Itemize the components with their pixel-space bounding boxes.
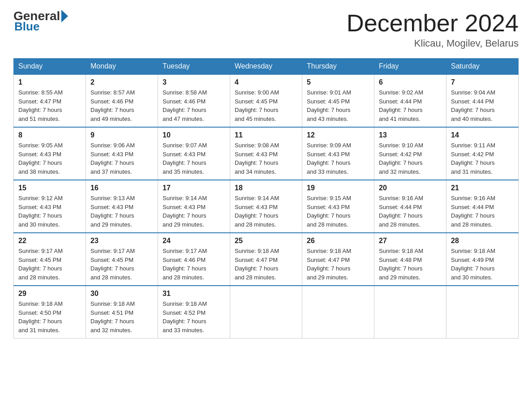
calendar-cell: 16 Sunrise: 9:13 AMSunset: 4:43 PMDaylig… xyxy=(86,180,158,233)
day-number: 2 xyxy=(90,78,153,86)
calendar-cell: 25 Sunrise: 9:18 AMSunset: 4:47 PMDaylig… xyxy=(230,233,302,286)
day-info: Sunrise: 9:17 AMSunset: 4:45 PMDaylight:… xyxy=(90,248,135,281)
calendar-cell: 27 Sunrise: 9:18 AMSunset: 4:48 PMDaylig… xyxy=(374,233,446,286)
calendar-cell: 4 Sunrise: 9:00 AMSunset: 4:45 PMDayligh… xyxy=(230,74,302,127)
calendar-header: Sunday Monday Tuesday Wednesday Thursday… xyxy=(14,59,519,75)
day-info: Sunrise: 9:12 AMSunset: 4:43 PMDaylight:… xyxy=(18,195,63,228)
calendar-cell: 24 Sunrise: 9:17 AMSunset: 4:46 PMDaylig… xyxy=(158,233,230,286)
day-number: 13 xyxy=(379,131,442,139)
header-tuesday: Tuesday xyxy=(158,59,230,75)
calendar-cell: 5 Sunrise: 9:01 AMSunset: 4:45 PMDayligh… xyxy=(302,74,374,127)
title-section: December 2024 Klicau, Mogilev, Belarus xyxy=(347,9,519,49)
day-info: Sunrise: 9:01 AMSunset: 4:45 PMDaylight:… xyxy=(307,89,351,122)
day-number: 6 xyxy=(379,78,442,86)
day-info: Sunrise: 9:02 AMSunset: 4:44 PMDaylight:… xyxy=(379,89,423,122)
header-thursday: Thursday xyxy=(302,59,374,75)
calendar-cell: 26 Sunrise: 9:18 AMSunset: 4:47 PMDaylig… xyxy=(302,233,374,286)
day-number: 21 xyxy=(451,184,514,192)
calendar-cell: 19 Sunrise: 9:15 AMSunset: 4:43 PMDaylig… xyxy=(302,180,374,233)
calendar-cell: 31 Sunrise: 9:18 AMSunset: 4:52 PMDaylig… xyxy=(158,286,230,338)
day-info: Sunrise: 9:16 AMSunset: 4:44 PMDaylight:… xyxy=(451,195,495,228)
day-info: Sunrise: 9:17 AMSunset: 4:46 PMDaylight:… xyxy=(163,248,207,281)
calendar-cell xyxy=(230,286,302,338)
calendar-cell xyxy=(302,286,374,338)
calendar-cell: 3 Sunrise: 8:58 AMSunset: 4:46 PMDayligh… xyxy=(158,74,230,127)
day-info: Sunrise: 9:05 AMSunset: 4:43 PMDaylight:… xyxy=(18,142,63,175)
day-info: Sunrise: 9:10 AMSunset: 4:42 PMDaylight:… xyxy=(379,142,423,175)
day-number: 7 xyxy=(451,78,514,86)
calendar-cell: 15 Sunrise: 9:12 AMSunset: 4:43 PMDaylig… xyxy=(14,180,86,233)
day-number: 20 xyxy=(379,184,442,192)
day-info: Sunrise: 9:15 AMSunset: 4:43 PMDaylight:… xyxy=(307,195,351,228)
header-monday: Monday xyxy=(86,59,158,75)
day-number: 27 xyxy=(379,237,442,245)
calendar-cell: 13 Sunrise: 9:10 AMSunset: 4:42 PMDaylig… xyxy=(374,127,446,180)
day-info: Sunrise: 9:18 AMSunset: 4:52 PMDaylight:… xyxy=(163,300,207,334)
day-info: Sunrise: 9:00 AMSunset: 4:45 PMDaylight:… xyxy=(235,89,279,122)
location-text: Klicau, Mogilev, Belarus xyxy=(347,38,519,49)
day-number: 9 xyxy=(90,131,153,139)
calendar-cell xyxy=(446,286,519,338)
day-info: Sunrise: 9:18 AMSunset: 4:51 PMDaylight:… xyxy=(90,300,135,334)
day-number: 12 xyxy=(307,131,369,139)
calendar-body: 1 Sunrise: 8:55 AMSunset: 4:47 PMDayligh… xyxy=(14,74,519,338)
calendar-cell: 12 Sunrise: 9:09 AMSunset: 4:43 PMDaylig… xyxy=(302,127,374,180)
logo: General Blue xyxy=(13,9,69,34)
calendar-cell: 22 Sunrise: 9:17 AMSunset: 4:45 PMDaylig… xyxy=(14,233,86,286)
calendar-cell: 6 Sunrise: 9:02 AMSunset: 4:44 PMDayligh… xyxy=(374,74,446,127)
calendar-cell: 10 Sunrise: 9:07 AMSunset: 4:43 PMDaylig… xyxy=(158,127,230,180)
day-info: Sunrise: 8:55 AMSunset: 4:47 PMDaylight:… xyxy=(18,89,63,122)
calendar-cell: 2 Sunrise: 8:57 AMSunset: 4:46 PMDayligh… xyxy=(86,74,158,127)
calendar-cell: 8 Sunrise: 9:05 AMSunset: 4:43 PMDayligh… xyxy=(14,127,86,180)
day-number: 15 xyxy=(18,184,81,192)
day-info: Sunrise: 9:09 AMSunset: 4:43 PMDaylight:… xyxy=(307,142,351,175)
day-number: 14 xyxy=(451,131,514,139)
day-number: 29 xyxy=(18,290,81,298)
day-info: Sunrise: 9:14 AMSunset: 4:43 PMDaylight:… xyxy=(163,195,207,228)
calendar-cell: 21 Sunrise: 9:16 AMSunset: 4:44 PMDaylig… xyxy=(446,180,519,233)
logo-blue-text: Blue xyxy=(14,20,39,33)
day-info: Sunrise: 9:18 AMSunset: 4:49 PMDaylight:… xyxy=(451,248,495,281)
day-number: 3 xyxy=(163,78,225,86)
header-sunday: Sunday xyxy=(14,59,86,75)
day-info: Sunrise: 9:04 AMSunset: 4:44 PMDaylight:… xyxy=(451,89,495,122)
calendar-cell: 23 Sunrise: 9:17 AMSunset: 4:45 PMDaylig… xyxy=(86,233,158,286)
header-friday: Friday xyxy=(374,59,446,75)
day-number: 25 xyxy=(235,237,297,245)
day-info: Sunrise: 8:57 AMSunset: 4:46 PMDaylight:… xyxy=(90,89,135,122)
page-header: General Blue December 2024 Klicau, Mogil… xyxy=(13,9,519,49)
day-number: 17 xyxy=(163,184,225,192)
day-info: Sunrise: 9:17 AMSunset: 4:45 PMDaylight:… xyxy=(18,248,63,281)
day-info: Sunrise: 9:11 AMSunset: 4:42 PMDaylight:… xyxy=(451,142,495,175)
calendar-cell xyxy=(374,286,446,338)
day-number: 8 xyxy=(18,131,81,139)
month-title: December 2024 xyxy=(347,9,519,37)
calendar-table: Sunday Monday Tuesday Wednesday Thursday… xyxy=(13,58,519,338)
day-number: 31 xyxy=(163,290,225,298)
day-number: 18 xyxy=(235,184,297,192)
day-number: 28 xyxy=(451,237,514,245)
day-number: 19 xyxy=(307,184,369,192)
logo-arrow-icon xyxy=(61,10,68,22)
day-info: Sunrise: 9:18 AMSunset: 4:48 PMDaylight:… xyxy=(379,248,423,281)
day-info: Sunrise: 9:14 AMSunset: 4:43 PMDaylight:… xyxy=(235,195,279,228)
day-number: 10 xyxy=(163,131,225,139)
day-info: Sunrise: 9:13 AMSunset: 4:43 PMDaylight:… xyxy=(90,195,135,228)
day-number: 11 xyxy=(235,131,297,139)
calendar-cell: 1 Sunrise: 8:55 AMSunset: 4:47 PMDayligh… xyxy=(14,74,86,127)
day-info: Sunrise: 9:16 AMSunset: 4:44 PMDaylight:… xyxy=(379,195,423,228)
day-number: 30 xyxy=(90,290,153,298)
day-number: 22 xyxy=(18,237,81,245)
day-info: Sunrise: 9:18 AMSunset: 4:50 PMDaylight:… xyxy=(18,300,63,334)
calendar-cell: 11 Sunrise: 9:08 AMSunset: 4:43 PMDaylig… xyxy=(230,127,302,180)
calendar-cell: 28 Sunrise: 9:18 AMSunset: 4:49 PMDaylig… xyxy=(446,233,519,286)
calendar-cell: 20 Sunrise: 9:16 AMSunset: 4:44 PMDaylig… xyxy=(374,180,446,233)
day-number: 23 xyxy=(90,237,153,245)
day-info: Sunrise: 8:58 AMSunset: 4:46 PMDaylight:… xyxy=(163,89,207,122)
day-info: Sunrise: 9:18 AMSunset: 4:47 PMDaylight:… xyxy=(307,248,351,281)
day-number: 24 xyxy=(163,237,225,245)
day-info: Sunrise: 9:06 AMSunset: 4:43 PMDaylight:… xyxy=(90,142,135,175)
calendar-cell: 30 Sunrise: 9:18 AMSunset: 4:51 PMDaylig… xyxy=(86,286,158,338)
header-wednesday: Wednesday xyxy=(230,59,302,75)
calendar-cell: 7 Sunrise: 9:04 AMSunset: 4:44 PMDayligh… xyxy=(446,74,519,127)
